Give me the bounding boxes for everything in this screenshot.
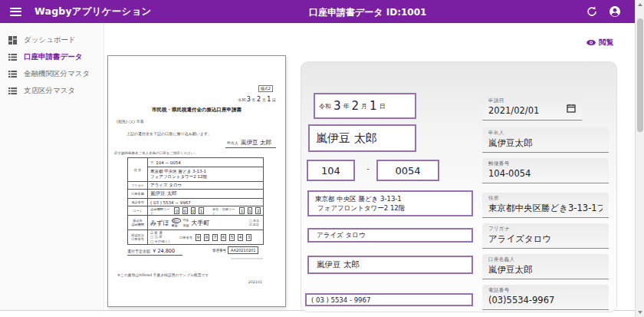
field-postal-code[interactable]: 郵便番号 104-0054	[482, 158, 609, 183]
scan-bank-type-options: 銀行信金 農協漁協	[172, 218, 189, 227]
scan-holder-value: 嵐伊豆 太郎	[148, 190, 263, 198]
eye-icon	[586, 39, 596, 46]
view-button-label: 閲覧	[599, 38, 613, 48]
scan-footer-note: ※この書類はAIRead 手書き検証用のサンプル帳票です	[117, 272, 209, 277]
scan-management-number: 管理番号 AA20210201	[212, 246, 258, 254]
scan-tel-label: 電話番号	[128, 199, 148, 206]
scan-kana-value: アライズ タロウ	[148, 182, 263, 189]
scan-bank-value: みずほ 銀行信金 農協漁協 大手町 本店 支店	[148, 216, 263, 229]
scan-address-label: 住 所	[128, 158, 148, 181]
crop-postal-right: 0054	[376, 160, 439, 181]
sidebar-item-label: ダッシュボード	[24, 35, 76, 45]
account-icon[interactable]	[609, 5, 621, 18]
vertical-scrollbar[interactable]	[635, 0, 644, 317]
crop-application-date: 令和3年2月1日	[314, 93, 416, 119]
menu-icon[interactable]	[10, 8, 21, 16]
sidebar-item-label: 支店区分マスタ	[24, 86, 75, 96]
field-furigana[interactable]: フリガナ アライズタロウ	[482, 223, 609, 249]
scan-holder-label: 口座名義	[128, 190, 148, 198]
crop-phone-number: ( 03 ) 5534 - 9967	[305, 293, 473, 306]
scan-code-label: コード	[128, 206, 148, 215]
sidebar-item-branch-master[interactable]: 支店区分マスタ	[0, 82, 104, 99]
calendar-icon[interactable]	[567, 104, 576, 113]
view-button[interactable]: 閲覧	[586, 38, 613, 48]
field-account-holder[interactable]: 口座名義人 嵐伊豆太郎	[482, 254, 609, 279]
sidebar-item-financial-institution-master[interactable]: 金融機関区分マスタ	[0, 65, 104, 82]
scan-bank-label: 振込先金融機関	[128, 216, 148, 229]
scan-addressee: (宛先) ○○ 市長	[117, 119, 144, 124]
list-icon	[8, 53, 17, 61]
scan-address-value: 東京都 中央区 勝どき 3-13-1フォアフロントタワー2 12階	[148, 168, 209, 180]
list-icon	[8, 87, 17, 95]
scan-postal: 〒 104 − 0054	[148, 160, 263, 167]
sidebar-item-account-applications[interactable]: 口座申請書データ	[0, 48, 104, 65]
field-phone-number[interactable]: 電話番号 (03)5534-9967	[482, 285, 609, 310]
app-title: Wagbyアプリケーション	[34, 5, 151, 18]
field-applicant[interactable]: 申出人 嵐伊豆太郎	[482, 127, 609, 153]
crop-furigana: アライズ タロウ	[307, 228, 473, 243]
page-title: 口座申請書データ ID:1001	[309, 6, 426, 19]
scan-date-line: 令和 3 年 2 月 1 日	[238, 96, 276, 103]
scan-request-text: 上記の還付金を下記の口座に振り込み願います。	[127, 131, 212, 136]
scan-branch-type-options: 本店 支店	[249, 219, 259, 226]
detail-panel: 令和3年2月1日 嵐伊豆 太郎 104 - 0054 東京都 中央区 勝どき 3…	[301, 61, 617, 312]
list-icon	[8, 70, 17, 78]
sidebar-item-label: 金融機関区分マスタ	[24, 69, 90, 79]
scanned-document-image: 様式2 令和 3 年 2 月 1 日 市民税・県民税還付金の振込口座申請書 (宛…	[107, 55, 286, 307]
scrollbar-thumb[interactable]	[637, 18, 643, 132]
sidebar-item-label: 口座申請書データ	[24, 52, 82, 62]
sidebar: ダッシュボード 口座申請書データ 金融機関区分マスタ 支店区分マスタ	[0, 23, 104, 310]
scan-code-value: 金融機関コード 0001 支店・店舗コード 112	[148, 206, 263, 215]
app-header: Wagbyアプリケーション 口座申請書データ ID:1001	[0, 0, 635, 23]
scroll-down-icon[interactable]	[636, 308, 644, 317]
crop-applicant-name: 嵐伊豆 太郎	[308, 124, 416, 152]
scan-account-label: 預金区分口座番号	[128, 230, 148, 244]
scan-applicant-line: 申出人 嵐伊豆 太郎	[225, 139, 276, 148]
scan-kana-label: フリガナ	[128, 182, 148, 189]
scan-account-table: 住 所 〒 104 − 0054 東京都 中央区 勝どき 3-13-1フォアフロ…	[127, 157, 264, 245]
scan-deposit-type-options: 普 通 当 座 その他 ( )	[150, 231, 169, 244]
field-application-date[interactable]: 申請日 2021/02/01	[482, 95, 582, 121]
scan-note: 必ず納税義務者ご本人名義の口座をご指定ください。	[114, 151, 198, 155]
scan-doc-number: 202101	[248, 280, 262, 284]
scan-tiny-note	[231, 258, 263, 259]
crop-postal-left: 104	[307, 160, 355, 181]
scan-amount-line: 還付予定金額 ¥ 24,800	[127, 248, 182, 256]
crop-account-holder: 嵐伊豆 太郎	[307, 256, 473, 274]
field-address[interactable]: 住所 東京都中央区勝どき3-13-1フォ	[482, 193, 609, 218]
scan-form-tag: 様式2	[258, 85, 273, 92]
scan-tel-value: ( 03 ) 5534 − 9967	[148, 199, 263, 206]
crop-address: 東京都 中央区 勝どき 3-13-1フォアフロントタワー2 12階	[307, 190, 473, 216]
scan-account-value: 普 通 当 座 その他 ( ) 口座番号 9876543	[148, 230, 263, 244]
refresh-icon[interactable]	[586, 5, 598, 18]
dashboard-icon	[8, 36, 17, 45]
postal-separator: -	[364, 164, 372, 173]
sidebar-item-dashboard[interactable]: ダッシュボード	[0, 31, 104, 48]
scroll-up-icon[interactable]	[636, 0, 644, 9]
scan-document-title: 市民税・県民税還付金の振込口座申請書	[108, 107, 285, 114]
